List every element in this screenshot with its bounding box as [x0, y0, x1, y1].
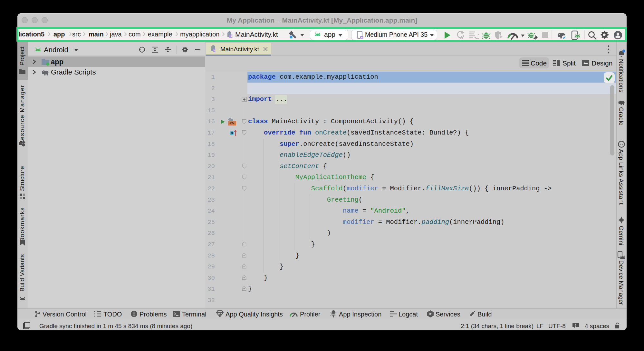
svg-text:A: A: [460, 35, 463, 40]
svg-text:<>: <>: [229, 121, 234, 126]
